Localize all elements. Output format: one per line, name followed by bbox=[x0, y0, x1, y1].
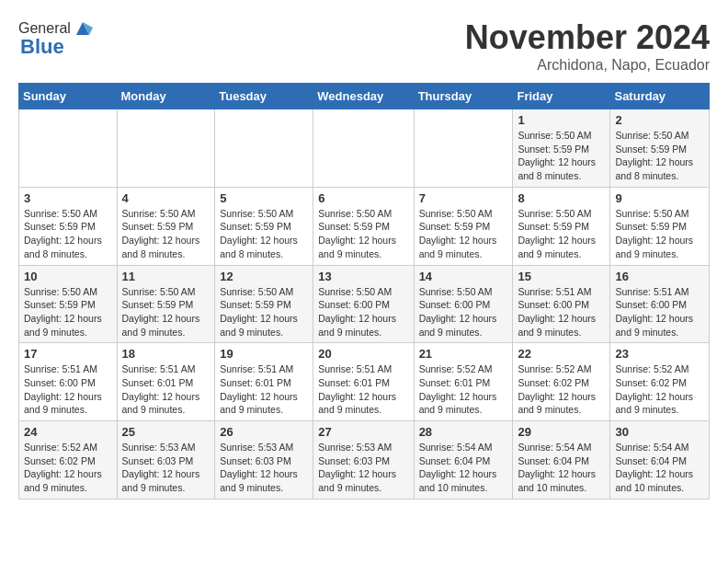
calendar-cell: 6Sunrise: 5:50 AMSunset: 5:59 PMDaylight… bbox=[313, 187, 414, 265]
calendar-cell: 1Sunrise: 5:50 AMSunset: 5:59 PMDaylight… bbox=[513, 109, 610, 188]
day-number: 9 bbox=[615, 191, 704, 205]
day-info: Sunrise: 5:50 AMSunset: 5:59 PMDaylight:… bbox=[318, 207, 408, 261]
calendar-cell: 21Sunrise: 5:52 AMSunset: 6:01 PMDayligh… bbox=[414, 343, 513, 421]
day-info: Sunrise: 5:51 AMSunset: 6:01 PMDaylight:… bbox=[220, 362, 308, 417]
calendar-cell: 15Sunrise: 5:51 AMSunset: 6:00 PMDayligh… bbox=[513, 265, 610, 343]
day-info: Sunrise: 5:50 AMSunset: 5:59 PMDaylight:… bbox=[518, 207, 605, 261]
day-number: 1 bbox=[518, 113, 605, 127]
day-info: Sunrise: 5:53 AMSunset: 6:03 PMDaylight:… bbox=[220, 441, 308, 495]
day-of-week-header: Sunday bbox=[19, 84, 118, 109]
day-info: Sunrise: 5:51 AMSunset: 6:00 PMDaylight:… bbox=[615, 285, 704, 339]
day-info: Sunrise: 5:52 AMSunset: 6:02 PMDaylight:… bbox=[24, 441, 112, 495]
day-info: Sunrise: 5:50 AMSunset: 5:59 PMDaylight:… bbox=[24, 207, 112, 261]
day-info: Sunrise: 5:51 AMSunset: 6:01 PMDaylight:… bbox=[122, 362, 210, 417]
calendar-week-row: 1Sunrise: 5:50 AMSunset: 5:59 PMDaylight… bbox=[19, 109, 710, 188]
day-number: 29 bbox=[518, 425, 605, 439]
day-number: 14 bbox=[419, 270, 508, 283]
day-number: 18 bbox=[122, 347, 210, 361]
day-info: Sunrise: 5:50 AMSunset: 5:59 PMDaylight:… bbox=[122, 207, 210, 261]
day-number: 10 bbox=[24, 270, 112, 283]
day-info: Sunrise: 5:50 AMSunset: 5:59 PMDaylight:… bbox=[518, 129, 605, 183]
calendar-cell: 17Sunrise: 5:51 AMSunset: 6:00 PMDayligh… bbox=[19, 343, 118, 421]
day-number: 30 bbox=[615, 425, 704, 439]
day-info: Sunrise: 5:50 AMSunset: 5:59 PMDaylight:… bbox=[419, 207, 508, 261]
day-of-week-header: Thursday bbox=[414, 84, 513, 109]
calendar-cell bbox=[414, 109, 513, 188]
calendar-cell: 23Sunrise: 5:52 AMSunset: 6:02 PMDayligh… bbox=[610, 343, 710, 421]
location-subtitle: Archidona, Napo, Ecuador bbox=[465, 57, 710, 74]
day-info: Sunrise: 5:51 AMSunset: 6:01 PMDaylight:… bbox=[318, 362, 408, 417]
day-info: Sunrise: 5:54 AMSunset: 6:04 PMDaylight:… bbox=[518, 441, 605, 495]
calendar-cell: 11Sunrise: 5:50 AMSunset: 5:59 PMDayligh… bbox=[117, 265, 215, 343]
calendar-cell: 16Sunrise: 5:51 AMSunset: 6:00 PMDayligh… bbox=[610, 265, 710, 343]
logo-icon bbox=[73, 18, 93, 39]
calendar-week-row: 24Sunrise: 5:52 AMSunset: 6:02 PMDayligh… bbox=[19, 421, 710, 500]
day-number: 19 bbox=[220, 347, 308, 361]
day-number: 6 bbox=[318, 191, 408, 205]
day-info: Sunrise: 5:51 AMSunset: 6:00 PMDaylight:… bbox=[518, 285, 605, 339]
day-number: 13 bbox=[318, 270, 408, 283]
calendar-cell: 18Sunrise: 5:51 AMSunset: 6:01 PMDayligh… bbox=[117, 343, 215, 421]
calendar-cell: 3Sunrise: 5:50 AMSunset: 5:59 PMDaylight… bbox=[19, 187, 118, 265]
day-info: Sunrise: 5:50 AMSunset: 5:59 PMDaylight:… bbox=[122, 285, 210, 339]
day-of-week-header: Friday bbox=[513, 84, 610, 109]
day-info: Sunrise: 5:50 AMSunset: 5:59 PMDaylight:… bbox=[24, 285, 112, 339]
day-number: 26 bbox=[220, 425, 308, 439]
calendar-week-row: 17Sunrise: 5:51 AMSunset: 6:00 PMDayligh… bbox=[19, 343, 710, 421]
calendar-cell: 13Sunrise: 5:50 AMSunset: 6:00 PMDayligh… bbox=[313, 265, 414, 343]
day-number: 12 bbox=[220, 270, 308, 283]
calendar-cell: 28Sunrise: 5:54 AMSunset: 6:04 PMDayligh… bbox=[414, 421, 513, 500]
calendar-cell bbox=[215, 109, 313, 188]
calendar-cell: 14Sunrise: 5:50 AMSunset: 6:00 PMDayligh… bbox=[414, 265, 513, 343]
calendar-cell: 9Sunrise: 5:50 AMSunset: 5:59 PMDaylight… bbox=[610, 187, 710, 265]
calendar-cell: 2Sunrise: 5:50 AMSunset: 5:59 PMDaylight… bbox=[610, 109, 710, 188]
day-of-week-header: Wednesday bbox=[313, 84, 414, 109]
calendar-cell: 7Sunrise: 5:50 AMSunset: 5:59 PMDaylight… bbox=[414, 187, 513, 265]
month-title: November 2024 bbox=[465, 18, 710, 57]
day-number: 11 bbox=[122, 270, 210, 283]
day-number: 2 bbox=[615, 113, 704, 127]
day-number: 16 bbox=[615, 270, 704, 283]
day-info: Sunrise: 5:54 AMSunset: 6:04 PMDaylight:… bbox=[419, 441, 508, 495]
day-info: Sunrise: 5:52 AMSunset: 6:02 PMDaylight:… bbox=[615, 362, 704, 417]
logo: General Blue bbox=[18, 18, 93, 59]
calendar-cell: 8Sunrise: 5:50 AMSunset: 5:59 PMDaylight… bbox=[513, 187, 610, 265]
calendar-table: SundayMondayTuesdayWednesdayThursdayFrid… bbox=[18, 83, 710, 500]
title-section: November 2024 Archidona, Napo, Ecuador bbox=[465, 18, 710, 74]
day-number: 8 bbox=[518, 191, 605, 205]
calendar-cell: 25Sunrise: 5:53 AMSunset: 6:03 PMDayligh… bbox=[117, 421, 215, 500]
day-number: 27 bbox=[318, 425, 408, 439]
calendar-cell: 24Sunrise: 5:52 AMSunset: 6:02 PMDayligh… bbox=[19, 421, 118, 500]
calendar-cell: 27Sunrise: 5:53 AMSunset: 6:03 PMDayligh… bbox=[313, 421, 414, 500]
calendar-cell: 12Sunrise: 5:50 AMSunset: 5:59 PMDayligh… bbox=[215, 265, 313, 343]
calendar-cell bbox=[313, 109, 414, 188]
day-number: 28 bbox=[419, 425, 508, 439]
day-number: 17 bbox=[24, 347, 112, 361]
day-info: Sunrise: 5:52 AMSunset: 6:02 PMDaylight:… bbox=[518, 362, 605, 417]
day-info: Sunrise: 5:53 AMSunset: 6:03 PMDaylight:… bbox=[318, 441, 408, 495]
calendar-cell: 29Sunrise: 5:54 AMSunset: 6:04 PMDayligh… bbox=[513, 421, 610, 500]
calendar-cell bbox=[19, 109, 118, 188]
calendar-header: SundayMondayTuesdayWednesdayThursdayFrid… bbox=[19, 84, 710, 109]
calendar-cell: 26Sunrise: 5:53 AMSunset: 6:03 PMDayligh… bbox=[215, 421, 313, 500]
day-of-week-header: Tuesday bbox=[215, 84, 313, 109]
calendar-body: 1Sunrise: 5:50 AMSunset: 5:59 PMDaylight… bbox=[19, 109, 710, 500]
day-info: Sunrise: 5:50 AMSunset: 5:59 PMDaylight:… bbox=[220, 285, 308, 339]
day-number: 7 bbox=[419, 191, 508, 205]
calendar-cell bbox=[117, 109, 215, 188]
calendar-cell: 20Sunrise: 5:51 AMSunset: 6:01 PMDayligh… bbox=[313, 343, 414, 421]
day-number: 25 bbox=[122, 425, 210, 439]
day-info: Sunrise: 5:50 AMSunset: 5:59 PMDaylight:… bbox=[615, 129, 704, 183]
logo-blue-text: Blue bbox=[20, 35, 64, 59]
day-number: 15 bbox=[518, 270, 605, 283]
calendar-cell: 10Sunrise: 5:50 AMSunset: 5:59 PMDayligh… bbox=[19, 265, 118, 343]
day-info: Sunrise: 5:52 AMSunset: 6:01 PMDaylight:… bbox=[419, 362, 508, 417]
day-number: 22 bbox=[518, 347, 605, 361]
calendar-cell: 30Sunrise: 5:54 AMSunset: 6:04 PMDayligh… bbox=[610, 421, 710, 500]
day-info: Sunrise: 5:50 AMSunset: 5:59 PMDaylight:… bbox=[220, 207, 308, 261]
day-number: 21 bbox=[419, 347, 508, 361]
day-info: Sunrise: 5:50 AMSunset: 5:59 PMDaylight:… bbox=[615, 207, 704, 261]
days-of-week-row: SundayMondayTuesdayWednesdayThursdayFrid… bbox=[19, 84, 710, 109]
calendar-cell: 4Sunrise: 5:50 AMSunset: 5:59 PMDaylight… bbox=[117, 187, 215, 265]
day-number: 4 bbox=[122, 191, 210, 205]
